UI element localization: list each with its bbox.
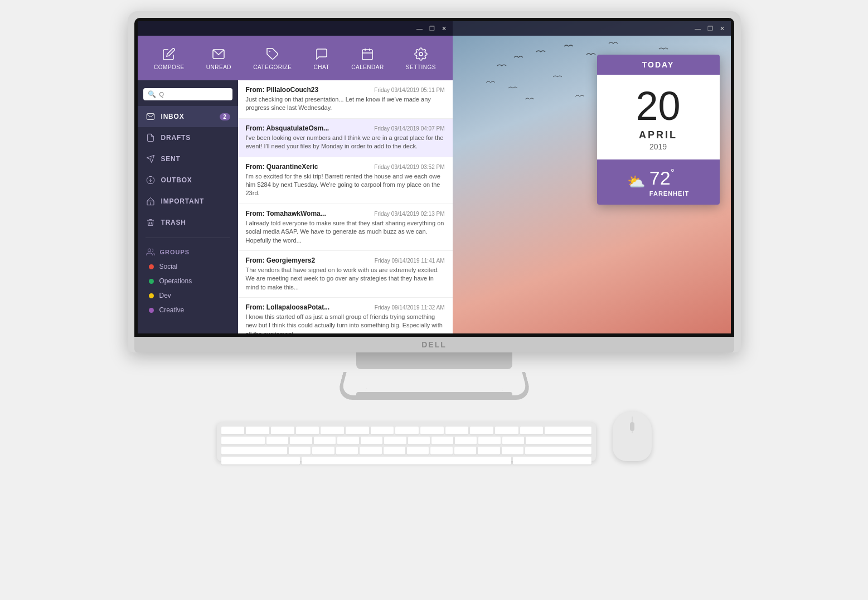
kb-key[interactable] xyxy=(246,427,269,434)
today-label: TODAY xyxy=(642,60,674,69)
sidebar-item-important[interactable]: IMPORTANT xyxy=(138,191,238,212)
screen-bezel: — ❐ ✕ COMPOSE xyxy=(134,18,734,337)
calendar-month: APRIL xyxy=(603,129,714,141)
kb-key[interactable] xyxy=(361,437,382,444)
kb-key[interactable] xyxy=(502,447,523,454)
kb-key[interactable] xyxy=(408,437,430,444)
kb-key[interactable] xyxy=(221,437,265,444)
kb-key[interactable] xyxy=(266,437,288,444)
email-preview: The vendors that have signed on to work … xyxy=(246,266,445,292)
search-box[interactable]: 🔍 xyxy=(143,88,232,100)
sidebar-item-inbox[interactable]: INBOX 2 xyxy=(138,106,238,127)
kb-key[interactable] xyxy=(454,447,476,454)
sidebar-item-trash[interactable]: TRASH xyxy=(138,212,238,233)
sidebar-item-sent[interactable]: SENT xyxy=(138,148,238,170)
sidebar-divider xyxy=(146,238,230,238)
sidebar-item-drafts[interactable]: DRAFTS xyxy=(138,127,238,148)
toolbar-settings[interactable]: SETTINGS xyxy=(406,46,436,70)
kb-key[interactable] xyxy=(221,447,287,454)
categorize-icon xyxy=(265,46,280,62)
kb-key[interactable] xyxy=(431,437,453,444)
groups-label-text: GROUPS xyxy=(160,249,190,255)
email-item[interactable]: From: QuarantineXeric Friday 09/14/2019 … xyxy=(238,157,453,204)
kb-key-shift-r[interactable] xyxy=(513,457,591,464)
kb-key[interactable] xyxy=(525,447,591,454)
email-from: From: TomahawkWoma... xyxy=(246,210,326,217)
kb-key[interactable] xyxy=(337,437,359,444)
kb-key[interactable] xyxy=(384,447,405,454)
kb-key[interactable] xyxy=(289,447,311,454)
desktop-maximize-button[interactable]: ❐ xyxy=(706,25,714,32)
minimize-button[interactable]: — xyxy=(416,25,424,32)
email-date: Friday 09/14/2019 02:13 PM xyxy=(374,211,444,217)
group-dev[interactable]: Dev xyxy=(138,288,238,303)
operations-label: Operations xyxy=(159,277,192,285)
kb-key[interactable] xyxy=(455,437,477,444)
kb-key[interactable] xyxy=(545,427,591,434)
calendar-icon xyxy=(360,46,375,62)
search-input[interactable] xyxy=(159,91,228,98)
close-button[interactable]: ✕ xyxy=(440,25,448,32)
screen: — ❐ ✕ COMPOSE xyxy=(138,21,731,333)
group-social[interactable]: Social xyxy=(138,259,238,274)
kb-key[interactable] xyxy=(478,437,500,444)
email-item[interactable]: From: PillalooCouch23 Friday 09/14/2019 … xyxy=(238,80,453,119)
mouse-scroll-wheel[interactable] xyxy=(630,422,634,431)
email-from: From: PillalooCouch23 xyxy=(246,86,319,94)
group-creative[interactable]: Creative xyxy=(138,303,238,317)
sidebar-item-outbox[interactable]: OUTBOX xyxy=(138,170,238,191)
group-operations[interactable]: Operations xyxy=(138,274,238,288)
mouse[interactable] xyxy=(613,411,652,461)
kb-key[interactable] xyxy=(407,447,429,454)
inbox-icon xyxy=(146,112,156,122)
email-item[interactable]: From: Georgiemyers2 Friday 09/14/2019 11… xyxy=(238,251,453,298)
kb-key[interactable] xyxy=(445,427,469,434)
kb-key[interactable] xyxy=(346,427,369,434)
toolbar-categorize[interactable]: CATEGORIZE xyxy=(253,46,292,70)
kb-key[interactable] xyxy=(520,427,544,434)
kb-key[interactable] xyxy=(290,437,312,444)
toolbar-calendar[interactable]: CALENDAR xyxy=(351,46,384,70)
email-item[interactable]: From: LollapaloosaPotat... Friday 09/14/… xyxy=(238,298,453,333)
email-item[interactable]: From: TomahawkWoma... Friday 09/14/2019 … xyxy=(238,204,453,251)
toolbar-chat[interactable]: CHAT xyxy=(314,46,329,70)
stand-base xyxy=(317,369,551,400)
svg-point-13 xyxy=(148,249,151,251)
kb-key[interactable] xyxy=(360,447,381,454)
toolbar-compose[interactable]: COMPOSE xyxy=(154,46,185,70)
email-item[interactable]: From: AbsquatulateOsm... Friday 09/14/20… xyxy=(238,119,453,157)
maximize-button[interactable]: ❐ xyxy=(428,25,436,32)
kb-key[interactable] xyxy=(526,437,591,444)
kb-key[interactable] xyxy=(395,427,419,434)
desktop-minimize-button[interactable]: — xyxy=(694,25,702,32)
kb-key[interactable] xyxy=(384,437,406,444)
kb-key[interactable] xyxy=(371,427,394,434)
weather-unit: ° xyxy=(671,167,675,179)
kb-key[interactable] xyxy=(271,427,294,434)
kb-key[interactable] xyxy=(312,447,334,454)
unread-icon xyxy=(211,46,226,62)
kb-key[interactable] xyxy=(430,447,452,454)
kb-key[interactable] xyxy=(502,437,524,444)
compose-label: COMPOSE xyxy=(154,64,185,70)
kb-spacebar[interactable] xyxy=(302,457,511,464)
keyboard[interactable] xyxy=(217,422,596,461)
calendar-date-area: 20 APRIL 2019 xyxy=(597,75,720,159)
toolbar-unread[interactable]: UNREAD xyxy=(206,46,231,70)
kb-key[interactable] xyxy=(221,427,245,434)
email-app-titlebar: — ❐ ✕ xyxy=(138,21,453,36)
email-from: From: LollapaloosaPotat... xyxy=(246,303,330,311)
kb-key[interactable] xyxy=(478,447,500,454)
desktop-close-button[interactable]: ✕ xyxy=(719,25,726,32)
kb-key[interactable] xyxy=(314,437,336,444)
kb-key[interactable] xyxy=(336,447,358,454)
important-label: IMPORTANT xyxy=(161,197,205,205)
groups-icon xyxy=(146,247,156,257)
kb-key[interactable] xyxy=(321,427,344,434)
important-icon xyxy=(146,196,156,206)
kb-key[interactable] xyxy=(470,427,493,434)
kb-key[interactable] xyxy=(495,427,518,434)
kb-key[interactable] xyxy=(420,427,444,434)
kb-key[interactable] xyxy=(296,427,319,434)
kb-key-shift[interactable] xyxy=(221,457,300,464)
